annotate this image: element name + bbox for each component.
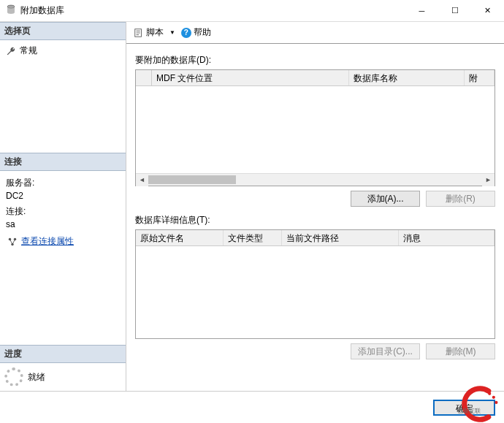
- footer: 确定 创新互联: [0, 391, 504, 423]
- help-label: 帮助: [194, 26, 211, 39]
- col-db-name[interactable]: 数据库名称: [349, 70, 465, 85]
- sidebar-item-general[interactable]: 常规: [4, 43, 121, 58]
- add-button[interactable]: 添加(A)...: [351, 191, 420, 207]
- help-button[interactable]: ? 帮助: [178, 25, 214, 40]
- script-dropdown-caret[interactable]: ▼: [169, 29, 175, 36]
- sidebar: 选择页 常规 连接 服务器: DC2 连接: sa 查看连接属性 进度: [0, 22, 126, 391]
- minimize-button[interactable]: ─: [405, 0, 438, 21]
- connection-icon: [7, 237, 18, 247]
- help-icon: ?: [181, 28, 191, 38]
- sidebar-item-label: 常规: [20, 45, 37, 57]
- script-button[interactable]: 脚本: [131, 25, 167, 40]
- remove-button: 删除(R): [426, 191, 495, 207]
- script-label: 脚本: [146, 26, 164, 39]
- view-props-link[interactable]: 查看连接属性: [21, 235, 74, 248]
- attach-db-label: 要附加的数据库(D):: [135, 54, 495, 66]
- col-original-filename[interactable]: 原始文件名: [136, 230, 224, 245]
- remove-detail-button: 删除(M): [426, 343, 495, 359]
- scroll-right-arrow[interactable]: ►: [482, 174, 495, 186]
- col-current-path[interactable]: 当前文件路径: [282, 230, 399, 245]
- scroll-thumb[interactable]: [148, 175, 236, 184]
- select-page-header: 选择页: [0, 22, 126, 40]
- window-title: 附加数据库: [20, 4, 405, 17]
- server-value: DC2: [6, 191, 120, 201]
- add-directory-button: 添加目录(C)...: [351, 343, 420, 359]
- main: 脚本 ▼ ? 帮助 要附加的数据库(D): MDF 文件位置 数据库名称 附: [126, 22, 504, 391]
- titlebar: 附加数据库 ─ ☐ ✕: [0, 0, 504, 22]
- conn-label: 连接:: [6, 205, 120, 218]
- wrench-icon: [6, 46, 16, 56]
- db-icon: [6, 4, 16, 17]
- ok-button[interactable]: 确定: [433, 400, 495, 416]
- detail-grid[interactable]: 原始文件名 文件类型 当前文件路径 消息: [135, 229, 495, 339]
- col-file-type[interactable]: 文件类型: [224, 230, 282, 245]
- svg-point-7: [492, 396, 495, 399]
- content: 要附加的数据库(D): MDF 文件位置 数据库名称 附 ◄ ► 添加(A)..…: [126, 44, 504, 391]
- attach-grid[interactable]: MDF 文件位置 数据库名称 附 ◄ ►: [135, 69, 495, 186]
- server-label: 服务器:: [6, 177, 120, 189]
- attach-grid-header: MDF 文件位置 数据库名称 附: [136, 70, 495, 86]
- attach-button-row: 添加(A)... 删除(R): [135, 191, 495, 207]
- maximize-button[interactable]: ☐: [438, 0, 471, 21]
- detail-grid-header: 原始文件名 文件类型 当前文件路径 消息: [136, 230, 495, 246]
- scroll-left-arrow[interactable]: ◄: [136, 174, 148, 186]
- connection-header: 连接: [0, 153, 126, 171]
- scroll-track[interactable]: [148, 174, 482, 186]
- conn-value: sa: [6, 219, 120, 229]
- col-mdf-location[interactable]: MDF 文件位置: [152, 70, 349, 85]
- toolbar: 脚本 ▼ ? 帮助: [126, 22, 504, 44]
- detail-button-row: 添加目录(C)... 删除(M): [135, 343, 495, 359]
- progress-spinner-icon: [4, 367, 23, 386]
- svg-point-6: [488, 392, 491, 395]
- progress-section: 进度 就绪: [0, 345, 126, 391]
- ready-text: 就绪: [28, 371, 45, 384]
- progress-header: 进度: [0, 345, 126, 363]
- detail-label: 数据库详细信息(T):: [135, 214, 495, 226]
- select-page-body: 常规: [0, 40, 126, 61]
- script-icon: [134, 28, 144, 38]
- view-connection-properties[interactable]: 查看连接属性: [6, 234, 120, 249]
- horizontal-scrollbar[interactable]: ◄ ►: [136, 173, 495, 186]
- col-attach-as[interactable]: 附: [465, 70, 495, 85]
- connection-section: 连接 服务器: DC2 连接: sa 查看连接属性: [0, 153, 126, 254]
- body: 选择页 常规 连接 服务器: DC2 连接: sa 查看连接属性 进度: [0, 22, 504, 391]
- col-message[interactable]: 消息: [399, 230, 495, 245]
- close-button[interactable]: ✕: [471, 0, 504, 21]
- row-header-spacer: [136, 70, 152, 85]
